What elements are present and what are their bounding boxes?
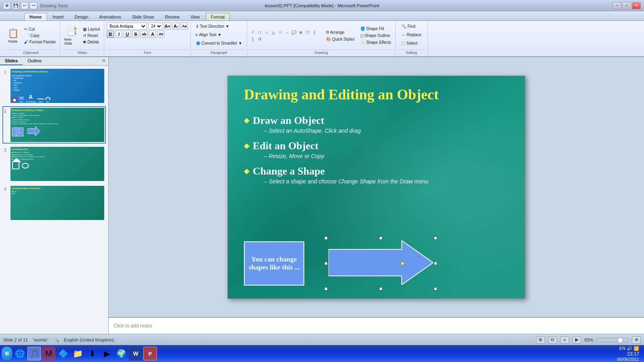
- taskbar-download[interactable]: ⬇: [85, 347, 99, 360]
- tab-animations[interactable]: Animations: [94, 13, 126, 21]
- shape-pentagon[interactable]: ⬠: [304, 29, 311, 35]
- panel-close-button[interactable]: ✕: [99, 57, 108, 65]
- shape-fill-button[interactable]: 🪣 Shape Fill: [359, 26, 393, 32]
- start-button[interactable]: ⊞: [2, 347, 12, 360]
- bullet-diamond-1: ◆: [244, 116, 250, 125]
- s3-mini-content: ◆ Adding Text to Shapes ◆ Arranging Text…: [10, 151, 104, 160]
- window-controls[interactable]: ─ □ ✕: [613, 2, 641, 9]
- taskbar-play[interactable]: ▶: [100, 347, 114, 360]
- paste-icon: 📋: [8, 28, 19, 39]
- reset-button[interactable]: ↺ Reset: [81, 33, 101, 39]
- strikethrough-button[interactable]: S: [132, 31, 139, 38]
- char-spacing-button[interactable]: AV: [157, 31, 165, 38]
- taskbar-folder[interactable]: 📁: [71, 347, 85, 360]
- shape-rectangle[interactable]: You can change shapes like this ...: [244, 241, 304, 286]
- layout-icon: ▦: [83, 27, 87, 31]
- taskbar-ie[interactable]: 🌐: [13, 347, 27, 360]
- replace-button[interactable]: ↔ Replace: [400, 32, 423, 38]
- maximize-button[interactable]: □: [622, 2, 631, 9]
- slide-thumbnail-1[interactable]: 1 Drawing and Modifying Objects ◆ PowerP…: [2, 67, 106, 105]
- increase-font-button[interactable]: A+: [164, 23, 171, 30]
- slides-tab[interactable]: Slides: [0, 57, 23, 65]
- slide-thumbnail-4[interactable]: 4 Changing Object Attributes ◆ Line ◆ Fi…: [2, 184, 106, 222]
- shape-star[interactable]: ☆: [277, 29, 283, 35]
- select-icon: ⬚: [401, 41, 405, 45]
- shape-curved-arrow[interactable]: ↺: [256, 36, 263, 42]
- select-button[interactable]: ⬚ Select: [400, 40, 419, 46]
- text-direction-button[interactable]: ⇕ Text Direction ▼: [194, 23, 231, 29]
- cut-button[interactable]: ✂ Cut: [23, 26, 58, 32]
- delete-button[interactable]: ✖ Delete: [81, 39, 101, 45]
- tab-insert[interactable]: Insert: [47, 13, 69, 21]
- slideshow-button[interactable]: ▶: [572, 336, 581, 343]
- convert-smartart-button[interactable]: 🔷 Convert to SmartArt ▼: [194, 40, 244, 46]
- shape-arrow[interactable]: →: [284, 29, 290, 35]
- shape-triangle[interactable]: △: [270, 29, 277, 35]
- tab-home[interactable]: Home: [24, 13, 47, 21]
- normal-view-button[interactable]: ⊞: [536, 336, 545, 343]
- taskbar-media[interactable]: 🎵: [27, 347, 41, 360]
- underline-button[interactable]: U: [124, 31, 131, 38]
- shape-bracket[interactable]: [: [250, 36, 256, 42]
- taskbar-app2[interactable]: 🔷: [56, 347, 70, 360]
- taskbar-ppt[interactable]: P: [143, 347, 157, 360]
- notes-placeholder: Click to add notes: [114, 323, 152, 329]
- font-content: Book Antiqua 24 A+ A- Aa B I U S ab A AV: [107, 23, 188, 49]
- tab-review[interactable]: Review: [160, 13, 185, 21]
- tab-view[interactable]: View: [185, 13, 205, 21]
- taskbar-red[interactable]: M: [42, 347, 56, 360]
- handle-ml: [324, 262, 328, 265]
- slide-thumbnail-3[interactable]: 3 Formatting Text ◆ Adding Text to Shape…: [2, 145, 106, 183]
- minimize-button[interactable]: ─: [613, 2, 621, 9]
- redo-icon[interactable]: ↪: [30, 2, 37, 9]
- format-painter-button[interactable]: 🖌 Format Painter: [23, 39, 58, 45]
- save-icon[interactable]: 💾: [12, 2, 19, 9]
- arrange-button[interactable]: ⧉ Arrange: [324, 29, 356, 35]
- font-size-select[interactable]: 24: [148, 23, 163, 30]
- new-slide-button[interactable]: 📑 New Slide: [63, 24, 80, 48]
- slide-canvas[interactable]: Drawing and Editing an Object ◆ Draw an …: [227, 76, 525, 299]
- shape-misc[interactable]: ⊕: [297, 29, 304, 35]
- tab-slideshow[interactable]: Slide Show: [127, 13, 159, 21]
- s2-mini-title: Drawing and Editing an Object: [10, 108, 104, 112]
- clipboard-small: ✂ Cut 📄 Copy 🖌 Format Painter: [23, 26, 58, 45]
- undo-icon[interactable]: ↩: [21, 2, 28, 9]
- zoom-fit-button[interactable]: ⊕: [632, 336, 641, 343]
- font-name-select[interactable]: Book Antiqua: [107, 23, 147, 30]
- slide-sorter-button[interactable]: ⊟: [548, 336, 557, 343]
- slide-thumbnail-2[interactable]: 2 Drawing and Editing an Object ◆ Draw a…: [2, 106, 106, 144]
- italic-button[interactable]: I: [115, 31, 122, 38]
- shape-rect[interactable]: □: [256, 29, 263, 35]
- taskbar-network[interactable]: 🌍: [114, 347, 128, 360]
- notes-area[interactable]: Click to add notes: [109, 317, 644, 334]
- find-button[interactable]: 🔍 Find: [400, 23, 417, 29]
- bullet-item-1: ◆ Draw an Object Select an AutoShape. Cl…: [244, 114, 509, 136]
- taskbar-word[interactable]: W: [129, 347, 142, 360]
- bold-button[interactable]: B: [107, 31, 114, 38]
- shape-outline-button[interactable]: ◻ Shape Outline: [359, 33, 393, 39]
- slides-tabs: Slides Outline ✕: [0, 57, 108, 66]
- clear-format-button[interactable]: Aa: [181, 23, 188, 30]
- close-button[interactable]: ✕: [632, 2, 641, 9]
- shape-line[interactable]: /: [250, 29, 256, 35]
- shape-callout[interactable]: 💬: [291, 29, 297, 35]
- reset-icon: ↺: [83, 33, 86, 38]
- copy-button[interactable]: 📄 Copy: [23, 33, 58, 39]
- shape-arrow-container[interactable]: [328, 241, 433, 286]
- zoom-thumb[interactable]: [617, 337, 623, 343]
- zoom-slider[interactable]: [597, 338, 629, 342]
- quick-styles-button[interactable]: 🎨 Quick Styles: [324, 36, 356, 42]
- outline-tab[interactable]: Outline: [23, 57, 46, 65]
- align-text-button[interactable]: ≡ Align Text ▼: [194, 32, 223, 38]
- shape-brace[interactable]: {: [311, 29, 318, 35]
- tab-format[interactable]: Format: [206, 13, 230, 21]
- shape-effects-button[interactable]: ✨ Shape Effects: [359, 39, 393, 45]
- tab-design[interactable]: Design: [69, 13, 93, 21]
- decrease-font-button[interactable]: A-: [172, 23, 180, 30]
- reading-view-button[interactable]: ≡: [560, 336, 569, 343]
- paste-button[interactable]: 📋 Paste: [4, 24, 22, 48]
- shadow-button[interactable]: ab: [140, 31, 148, 38]
- layout-button[interactable]: ▦ Layout: [81, 26, 101, 32]
- shape-circle[interactable]: ○: [263, 29, 270, 35]
- font-color-button[interactable]: A: [149, 31, 156, 38]
